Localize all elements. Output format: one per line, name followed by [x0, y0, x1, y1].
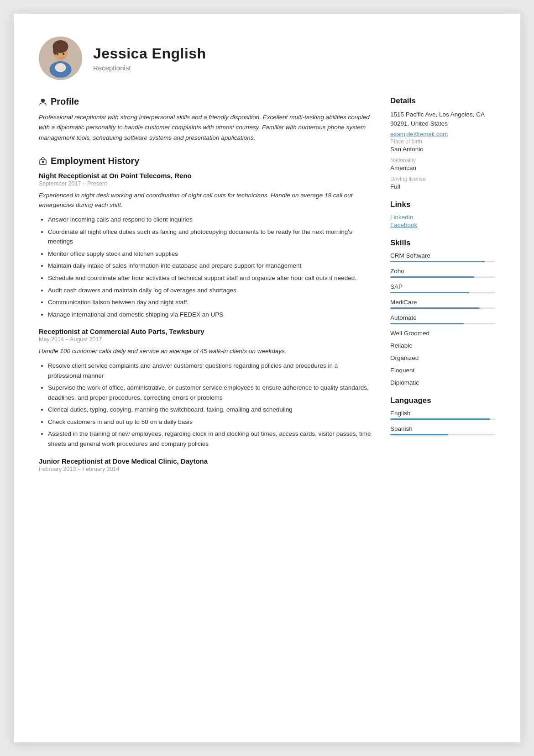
nationality-value: American	[390, 164, 495, 171]
bullet-item: Check customers in and out up to 50 on a…	[48, 417, 372, 427]
language-item: English	[390, 410, 495, 420]
skill-name: CRM Software	[390, 252, 495, 259]
right-column: Details 1515 Pacific Ave, Los Angeles, C…	[390, 96, 495, 715]
skill-item: Automate	[390, 314, 495, 324]
job-dates: May 2014 – August 2017	[39, 336, 372, 343]
employment-header: Employment History	[39, 156, 372, 166]
employment-section: Employment History Night Receptionist at…	[39, 156, 372, 472]
skill-bar-bg	[390, 261, 495, 262]
profile-section: Profile Professional receptionist with s…	[39, 96, 372, 143]
bullet-item: Manage international and domestic shippi…	[48, 310, 372, 320]
job-item: Junior Receptionist at Dove Medical Clin…	[39, 457, 372, 472]
job-item: Receptionist at Commercial Auto Parts, T…	[39, 328, 372, 449]
job-bullets: Answer incoming calls and respond to cli…	[39, 215, 372, 319]
driving-license-label: Driving license	[390, 176, 495, 182]
profile-text: Professional receptionist with strong in…	[39, 112, 372, 143]
driving-license-value: Full	[390, 183, 495, 190]
skill-item: Well Groomed	[390, 330, 495, 337]
skill-item: Reliable	[390, 342, 495, 349]
person-title: Receptionist	[93, 64, 206, 72]
skill-bar-bg	[390, 307, 495, 309]
link-item[interactable]: Facebook	[390, 222, 495, 228]
employment-icon	[39, 157, 47, 165]
bullet-item: Audit cash drawers and maintain daily lo…	[48, 285, 372, 296]
skill-name: SAP	[390, 283, 495, 290]
links-section: Links LinkedinFacebook	[390, 200, 495, 228]
skill-name: Zoho	[390, 268, 495, 275]
detail-address: 1515 Pacific Ave, Los Angeles, CA 90291,…	[390, 110, 495, 129]
skill-bar-fill	[390, 307, 480, 309]
skill-bar-fill	[390, 261, 485, 262]
details-title: Details	[390, 96, 495, 106]
bullet-item: Coordinate all night office duties such …	[48, 227, 372, 247]
languages-section: Languages English Spanish	[390, 396, 495, 435]
skill-bar-bg	[390, 292, 495, 293]
job-title: Junior Receptionist at Dove Medical Clin…	[39, 457, 372, 465]
job-summary: Handle 100 customer calls daily and serv…	[39, 346, 372, 356]
skill-item: CRM Software	[390, 252, 495, 262]
skill-name: Diplomatic	[390, 379, 495, 386]
bullet-item: Answer incoming calls and respond to cli…	[48, 215, 372, 225]
language-item: Spanish	[390, 425, 495, 435]
avatar	[39, 37, 82, 80]
svg-point-6	[55, 63, 66, 72]
detail-email[interactable]: example@email.com	[390, 131, 495, 137]
skill-item: MediCare	[390, 299, 495, 309]
resume-page: Jessica English Receptionist Profile Pro…	[14, 14, 520, 742]
profile-header: Profile	[39, 96, 372, 107]
bullet-item: Communication liaison between day and ni…	[48, 297, 372, 307]
job-title: Night Receptionist at On Point Telecoms,…	[39, 172, 372, 180]
skill-bar-fill	[390, 276, 474, 278]
profile-title: Profile	[51, 96, 79, 107]
job-summary: Experienced in night desk working and co…	[39, 190, 372, 210]
skill-bar-fill	[390, 292, 469, 293]
employment-title: Employment History	[51, 156, 139, 166]
place-of-birth-value: San Antonio	[390, 146, 495, 153]
skill-item: SAP	[390, 283, 495, 293]
place-of-birth-label: Place of birth	[390, 138, 495, 145]
skill-bar-bg	[390, 276, 495, 278]
language-bar-fill	[390, 434, 448, 435]
skills-title: Skills	[390, 238, 495, 248]
skill-item: Organized	[390, 354, 495, 361]
link-item[interactable]: Linkedin	[390, 214, 495, 221]
language-bar-bg	[390, 418, 495, 420]
languages-container: English Spanish	[390, 410, 495, 435]
bullet-item: Monitor office supply stock and kitchen …	[48, 249, 372, 259]
header-text: Jessica English Receptionist	[93, 45, 206, 72]
skill-name: Automate	[390, 314, 495, 321]
svg-rect-11	[42, 161, 44, 163]
bullet-item: Supervise the work of office, administra…	[48, 383, 372, 402]
language-name: Spanish	[390, 425, 495, 432]
job-dates: September 2017 – Present	[39, 180, 372, 187]
skills-container: CRM Software Zoho SAP MediCare Automate	[390, 252, 495, 386]
skill-name: Eloquent	[390, 367, 495, 374]
skill-name: Organized	[390, 354, 495, 361]
svg-point-9	[41, 99, 45, 102]
resume-header: Jessica English Receptionist	[39, 37, 495, 80]
bullet-item: Assisted in the training of new employee…	[48, 429, 372, 449]
person-name: Jessica English	[93, 45, 206, 62]
bullet-item: Maintain daily intake of sales informati…	[48, 261, 372, 271]
links-container: LinkedinFacebook	[390, 214, 495, 228]
body-layout: Profile Professional receptionist with s…	[39, 96, 495, 715]
skill-item: Diplomatic	[390, 379, 495, 386]
skill-item: Eloquent	[390, 367, 495, 374]
bullet-item: Clerical duties, typing, copying, mannin…	[48, 405, 372, 415]
profile-icon	[39, 98, 47, 106]
bullet-item: Schedule and coordinate after hour activ…	[48, 273, 372, 283]
languages-title: Languages	[390, 396, 495, 405]
skill-name: Reliable	[390, 342, 495, 349]
language-bar-bg	[390, 434, 495, 435]
language-bar-fill	[390, 418, 490, 420]
svg-point-8	[63, 53, 64, 55]
job-dates: February 2013 – February 2014	[39, 466, 372, 472]
skills-section: Skills CRM Software Zoho SAP MediCare Au…	[390, 238, 495, 386]
bullet-item: Resolve client service complaints and an…	[48, 361, 372, 381]
skill-bar-bg	[390, 323, 495, 324]
left-column: Profile Professional receptionist with s…	[39, 96, 372, 715]
skill-name: MediCare	[390, 299, 495, 306]
job-bullets: Resolve client service complaints and an…	[39, 361, 372, 449]
skill-item: Zoho	[390, 268, 495, 278]
job-title: Receptionist at Commercial Auto Parts, T…	[39, 328, 372, 335]
